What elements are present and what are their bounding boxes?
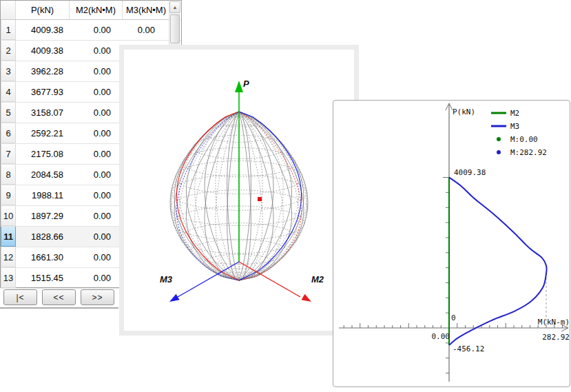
pm-curve-panel: M2M3M:0.00M:282.92 P(kN) M(kN-m) 4009.38… <box>333 100 570 387</box>
cell-m2[interactable]: 0.00 <box>70 268 123 288</box>
m2-axis-label: M2 <box>311 274 324 285</box>
chart-legend: M2M3M:0.00M:282.92 <box>491 109 547 157</box>
cell-m2[interactable]: 0.00 <box>70 82 123 102</box>
cell-p[interactable]: 1661.30 <box>16 247 70 267</box>
row-number-cell[interactable]: 5 <box>1 103 16 123</box>
cell-m2[interactable]: 0.00 <box>70 103 123 123</box>
y-axis-title: P(kN) <box>453 107 475 116</box>
col-header-p[interactable]: P(kN) <box>16 1 70 19</box>
cell-p[interactable]: 1515.45 <box>16 268 70 288</box>
row-number-cell[interactable]: 6 <box>1 123 16 143</box>
cell-m2[interactable]: 0.00 <box>70 144 123 164</box>
cell-p[interactable]: 4009.38 <box>16 41 70 61</box>
cell-p[interactable]: 2592.21 <box>16 123 70 143</box>
cell-p[interactable]: 3677.93 <box>16 82 70 102</box>
row-number-cell[interactable]: 2 <box>1 41 16 61</box>
scrollbar-thumb[interactable] <box>170 14 180 43</box>
p-axis-label: P <box>243 79 249 89</box>
row-number-cell[interactable]: 13 <box>1 268 16 288</box>
svg-text:M:0.00: M:0.00 <box>510 135 538 144</box>
cell-p[interactable]: 1897.29 <box>16 206 70 226</box>
table-header-row: P(kN) M2(kN•M) M3(kN•M) <box>1 1 181 20</box>
row-number-cell[interactable]: 12 <box>1 247 16 267</box>
row-number-cell[interactable]: 1 <box>1 20 16 40</box>
cell-p[interactable]: 1988.11 <box>16 185 70 205</box>
m3-axis-label: M3 <box>160 274 173 285</box>
row-number-cell[interactable]: 7 <box>1 144 16 164</box>
row-number-cell[interactable]: 11 <box>1 227 16 247</box>
cell-m2[interactable]: 0.00 <box>70 20 123 40</box>
first-page-button[interactable]: |< <box>3 289 37 305</box>
m-max-label: 282.92 <box>542 333 570 342</box>
row-number-cell[interactable]: 4 <box>1 82 16 102</box>
row-number-cell[interactable]: 3 <box>1 61 16 81</box>
cell-p[interactable]: 2084.58 <box>16 165 70 185</box>
x-axis-title: M(kN-m) <box>538 318 570 327</box>
cell-p[interactable]: 4009.38 <box>16 20 70 40</box>
row-number-cell[interactable]: 9 <box>1 185 16 205</box>
cell-m2[interactable]: 0.00 <box>70 123 123 143</box>
cell-m2[interactable]: 0.00 <box>70 41 123 61</box>
svg-text:M2: M2 <box>510 109 519 118</box>
cell-m2[interactable]: 0.00 <box>70 165 123 185</box>
cell-m2[interactable]: 0.00 <box>70 247 123 267</box>
cell-p[interactable]: 1828.66 <box>16 227 70 247</box>
interaction-surface-3d[interactable]: P M3 M2 <box>124 50 354 331</box>
row-number-cell[interactable]: 10 <box>1 206 16 226</box>
scroll-up-button[interactable]: ▲ <box>169 1 180 13</box>
prev-page-button[interactable]: << <box>42 289 76 305</box>
interaction-surface-panel[interactable]: P M3 M2 <box>119 45 359 336</box>
table-corner-cell <box>1 1 16 19</box>
cell-m3[interactable]: 0.00 <box>123 20 169 40</box>
svg-text:M:282.92: M:282.92 <box>510 148 547 157</box>
cell-m2[interactable]: 0.00 <box>70 61 123 81</box>
chart-plot-area <box>339 103 568 382</box>
pm-curve-chart: M2M3M:0.00M:282.92 P(kN) M(kN-m) 4009.38… <box>333 101 570 386</box>
cell-p[interactable]: 3158.07 <box>16 103 70 123</box>
pmm-results-window: P(kN) M2(kN•M) M3(kN•M) 14009.380.000.00… <box>0 0 571 392</box>
cell-m2[interactable]: 0.00 <box>70 206 123 226</box>
table-row[interactable]: 14009.380.000.00 <box>1 20 181 41</box>
row-number-cell[interactable]: 8 <box>1 165 16 185</box>
p-min-label: -456.12 <box>453 344 484 353</box>
cell-m2[interactable]: 0.00 <box>70 227 123 247</box>
m-zero-label: 0.00 <box>432 332 450 341</box>
scroll-up-icon: ▲ <box>173 5 178 10</box>
origin-label: 0 <box>451 313 456 322</box>
col-header-m3[interactable]: M3(kN•M) <box>123 1 169 19</box>
cell-p[interactable]: 3962.28 <box>16 61 70 81</box>
design-point-marker <box>258 197 262 201</box>
col-header-m2[interactable]: M2(kN•M) <box>70 1 123 19</box>
panel-bottom-edge <box>0 307 118 309</box>
table-pager: |< << >> <box>0 289 124 306</box>
cell-m2[interactable]: 0.00 <box>70 185 123 205</box>
cell-p[interactable]: 2175.08 <box>16 144 70 164</box>
next-page-button[interactable]: >> <box>81 289 114 305</box>
svg-text:M3: M3 <box>510 122 519 131</box>
p-max-label: 4009.38 <box>454 168 486 177</box>
